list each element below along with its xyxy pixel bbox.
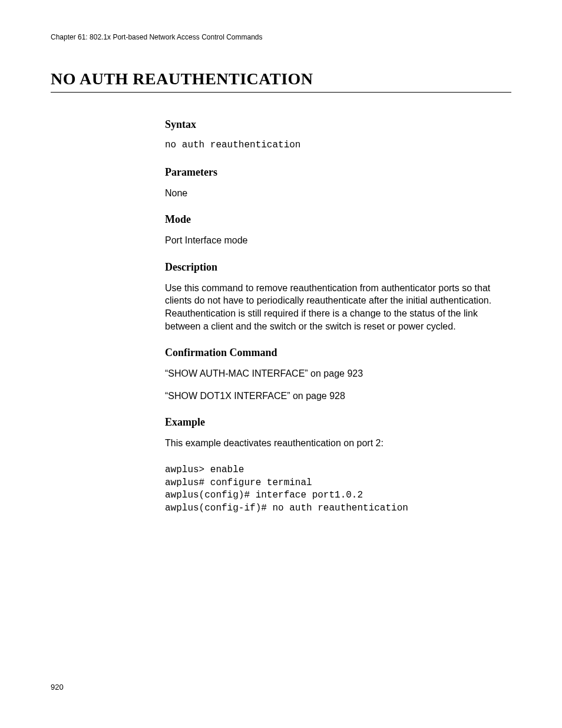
syntax-code: no auth reauthentication — [165, 139, 511, 152]
chapter-header: Chapter 61: 802.1x Port-based Network Ac… — [51, 33, 511, 41]
page-number: 920 — [51, 683, 64, 691]
page-container: Chapter 61: 802.1x Port-based Network Ac… — [0, 0, 562, 515]
confirmation-line-1: “SHOW AUTH-MAC INTERFACE” on page 923 — [165, 367, 511, 380]
confirmation-heading: Confirmation Command — [165, 347, 511, 359]
syntax-heading: Syntax — [165, 118, 511, 131]
confirmation-line-2: “SHOW DOT1X INTERFACE” on page 928 — [165, 390, 511, 403]
example-intro: This example deactivates reauthenticatio… — [165, 437, 511, 450]
parameters-heading: Parameters — [165, 166, 511, 179]
description-text: Use this command to remove reauthenticat… — [165, 282, 511, 332]
mode-heading: Mode — [165, 213, 511, 226]
mode-text: Port Interface mode — [165, 234, 511, 247]
description-heading: Description — [165, 261, 511, 274]
page-title: NO AUTH REAUTHENTICATION — [51, 70, 511, 93]
example-code: awplus> enable awplus# configure termina… — [165, 464, 511, 515]
example-heading: Example — [165, 416, 511, 429]
content-area: Syntax no auth reauthentication Paramete… — [165, 118, 511, 515]
parameters-text: None — [165, 187, 511, 200]
